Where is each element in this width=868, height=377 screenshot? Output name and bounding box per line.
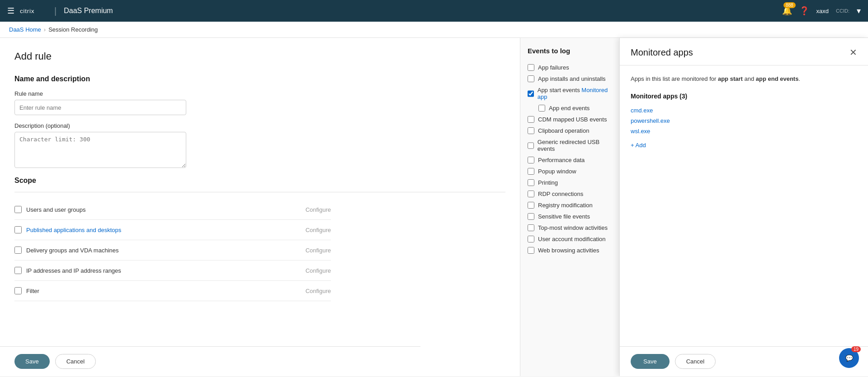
panel-footer: Save Cancel xyxy=(0,346,420,376)
event-row-app-installs: App installs and uninstalls xyxy=(528,73,612,84)
navbar: ☰ citrix | DaaS Premium 🔔 888 ❓ xaxd CCI… xyxy=(0,0,868,22)
event-label-app-end: App end events xyxy=(549,105,590,112)
monitored-apps-header: Monitored apps ✕ xyxy=(620,38,868,65)
event-row-registry: Registry modification xyxy=(528,200,612,211)
event-label-printing: Printing xyxy=(538,179,558,186)
scope-checkbox-users[interactable] xyxy=(14,206,22,213)
chat-bubble[interactable]: 💬 19 xyxy=(839,348,859,368)
user-name[interactable]: xaxd xyxy=(816,8,829,14)
event-label-sensitive: Sensitive file events xyxy=(538,213,590,220)
event-checkbox-printing[interactable] xyxy=(528,179,534,186)
breadcrumb-current: Session Recording xyxy=(48,26,98,33)
scope-label-users: Users and user groups xyxy=(26,206,86,213)
add-app-link[interactable]: + Add xyxy=(631,142,857,149)
scope-row-ip: IP addresses and IP address ranges Confi… xyxy=(14,261,331,281)
user-dropdown-icon[interactable]: ▾ xyxy=(857,6,861,16)
event-label-generic-usb: Generic redirected USB events xyxy=(538,139,612,152)
scope-checkbox-apps[interactable] xyxy=(14,226,22,233)
configure-link-ip[interactable]: Configure xyxy=(306,267,331,274)
event-checkbox-app-failures[interactable] xyxy=(528,64,534,71)
event-label-registry: Registry modification xyxy=(538,202,593,209)
scope-title: Scope xyxy=(14,177,505,185)
event-row-clipboard: Clipboard operation xyxy=(528,125,612,136)
monitored-apps-panel: Monitored apps ✕ Apps in this list are m… xyxy=(619,38,868,376)
events-title: Events to log xyxy=(528,47,612,55)
event-checkbox-app-start[interactable] xyxy=(528,90,534,97)
help-icon[interactable]: ❓ xyxy=(799,6,809,16)
scope-checkbox-filter[interactable] xyxy=(14,287,22,294)
event-checkbox-web-browsing[interactable] xyxy=(528,247,534,254)
scope-label-ip: IP addresses and IP address ranges xyxy=(26,267,121,274)
event-checkbox-top-window[interactable] xyxy=(528,224,534,231)
monitored-app-cmd[interactable]: cmd.exe xyxy=(631,105,857,116)
event-checkbox-generic-usb[interactable] xyxy=(528,142,534,149)
description-input[interactable] xyxy=(14,132,186,168)
description-label: Description (optional) xyxy=(14,122,505,129)
configure-link-filter[interactable]: Configure xyxy=(306,288,331,294)
event-row-app-failures: App failures xyxy=(528,62,612,73)
event-row-web-browsing: Web browsing activities xyxy=(528,245,612,256)
monitored-apps-count: Monitored apps (3) xyxy=(631,93,857,100)
notifications-icon[interactable]: 🔔 888 xyxy=(782,6,792,16)
event-checkbox-app-end[interactable] xyxy=(538,105,545,112)
event-label-app-installs: App installs and uninstalls xyxy=(538,75,606,82)
event-row-top-window: Top-most window activities xyxy=(528,222,612,233)
cancel-button[interactable]: Cancel xyxy=(55,354,96,369)
desc-suffix: . xyxy=(798,75,800,82)
event-checkbox-registry[interactable] xyxy=(528,202,534,209)
event-label-cdm: CDM mapped USB events xyxy=(538,116,607,123)
configure-link-delivery[interactable]: Configure xyxy=(306,247,331,254)
scope-label-delivery: Delivery groups and VDA machines xyxy=(26,247,119,254)
citrix-logo-svg: citrix xyxy=(20,6,47,15)
monitored-apps-save-button[interactable]: Save xyxy=(631,354,670,369)
event-row-cdm: CDM mapped USB events xyxy=(528,114,612,125)
event-checkbox-app-installs[interactable] xyxy=(528,75,534,82)
event-checkbox-popup[interactable] xyxy=(528,168,534,175)
save-button[interactable]: Save xyxy=(14,354,50,369)
rule-name-input[interactable] xyxy=(14,100,186,115)
monitored-apps-cancel-button[interactable]: Cancel xyxy=(675,354,716,369)
breadcrumb-separator: › xyxy=(44,26,46,33)
event-checkbox-sensitive[interactable] xyxy=(528,213,534,220)
brand-separator: | xyxy=(54,6,57,16)
scope-row-apps: Published applications and desktops Conf… xyxy=(14,220,331,240)
event-label-rdp: RDP connections xyxy=(538,191,583,197)
event-checkbox-performance[interactable] xyxy=(528,157,534,163)
event-checkbox-user-account[interactable] xyxy=(528,236,534,242)
chat-icon: 💬 xyxy=(845,354,853,362)
events-panel: Events to log App failures App installs … xyxy=(520,38,619,376)
configure-link-apps[interactable]: Configure xyxy=(306,227,331,233)
event-row-generic-usb: Generic redirected USB events xyxy=(528,136,612,154)
event-checkbox-cdm[interactable] xyxy=(528,116,534,123)
hamburger-icon[interactable]: ☰ xyxy=(7,6,14,16)
main-container: Add rule Name and description Rule name … xyxy=(0,38,868,376)
event-checkbox-clipboard[interactable] xyxy=(528,127,534,134)
event-checkbox-rdp[interactable] xyxy=(528,191,534,197)
event-label-performance: Performance data xyxy=(538,157,585,163)
rule-name-label: Rule name xyxy=(14,90,505,97)
citrix-logo: citrix xyxy=(20,6,47,15)
scope-label-apps: Published applications and desktops xyxy=(26,227,121,233)
svg-text:citrix: citrix xyxy=(20,8,34,14)
monitored-app-powershell[interactable]: powershell.exe xyxy=(631,116,857,126)
scope-checkbox-ip[interactable] xyxy=(14,267,22,274)
scope-checkbox-delivery[interactable] xyxy=(14,247,22,254)
scope-row-delivery: Delivery groups and VDA machines Configu… xyxy=(14,240,331,261)
monitored-app-wsl[interactable]: wsl.exe xyxy=(631,126,857,136)
event-row-app-end: App end events xyxy=(538,102,612,114)
event-label-clipboard: Clipboard operation xyxy=(538,127,589,134)
event-row-user-account: User account modification xyxy=(528,233,612,245)
scope-row-users: Users and user groups Configure xyxy=(14,200,331,220)
event-label-top-window: Top-most window activities xyxy=(538,224,608,231)
close-button[interactable]: ✕ xyxy=(849,47,857,58)
event-label-user-account: User account modification xyxy=(538,236,606,242)
name-description-section: Name and description Rule name Descripti… xyxy=(14,75,505,169)
event-row-popup: Popup window xyxy=(528,166,612,177)
breadcrumb-home[interactable]: DaaS Home xyxy=(9,26,41,33)
page-title: Add rule xyxy=(14,51,505,62)
configure-link-users[interactable]: Configure xyxy=(306,206,331,213)
event-row-performance: Performance data xyxy=(528,154,612,166)
monitored-apps-description: Apps in this list are monitored for app … xyxy=(631,74,857,84)
notifications-badge: 888 xyxy=(783,2,796,8)
desc-prefix: Apps in this list are monitored for xyxy=(631,75,718,82)
